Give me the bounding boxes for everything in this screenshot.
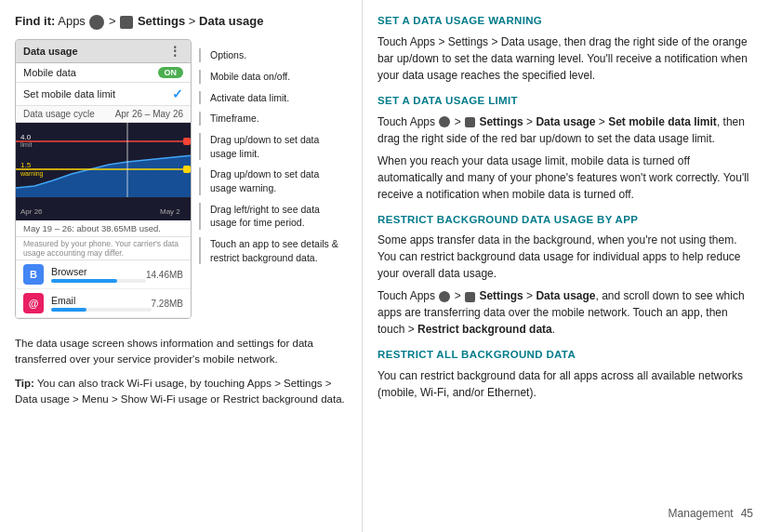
body-restrict-app-b: Touch Apps > Settings > Data usage, and … <box>377 287 753 338</box>
heading-warning: SET A DATA USAGE WARNING <box>377 13 753 30</box>
settings-icon <box>120 16 133 29</box>
browser-bar <box>51 279 117 283</box>
apps-icon <box>89 15 104 30</box>
find-it-label: Find it: <box>15 14 55 28</box>
body-limit-b: When you reach your data usage limit, mo… <box>377 153 753 203</box>
settings-icon-2 <box>465 117 475 127</box>
email-icon: @ <box>23 293 44 313</box>
callouts-column: Options. Mobile data on/off. Activate da… <box>192 39 347 272</box>
email-size: 7.28MB <box>152 299 183 309</box>
body-restrict-all: You can restrict background data for all… <box>377 367 753 401</box>
settings-icon-3 <box>465 292 475 302</box>
svg-text:warning: warning <box>20 170 44 178</box>
browser-info: Browser <box>51 266 146 283</box>
svg-text:May 2: May 2 <box>160 207 180 216</box>
bottom-description: The data usage screen shows information … <box>15 336 347 368</box>
email-app-row[interactable]: @ Email 7.28MB <box>16 289 191 318</box>
measured-row: Measured by your phone. Your carrier's d… <box>16 237 191 260</box>
svg-text:limit: limit <box>20 141 32 148</box>
svg-text:1.5: 1.5 <box>20 161 32 169</box>
page-label: Management <box>669 505 734 523</box>
limit-checkmark: ✓ <box>172 86 183 101</box>
find-it-bar: Find it: Apps > Settings > Data usage <box>15 13 347 30</box>
callout-options: Options. <box>199 48 347 62</box>
browser-app-row[interactable]: B Browser 14.46MB <box>16 260 191 289</box>
tip-text: You can also track Wi-Fi usage, by touch… <box>15 378 345 405</box>
used-row: May 19 – 26: about 38.65MB used. <box>16 220 191 237</box>
phone-title: Data usage <box>23 46 78 57</box>
callout-activate: Activate data limit. <box>199 91 347 105</box>
browser-size: 14.46MB <box>146 270 183 280</box>
used-label: May 19 – 26: about 38.65MB used. <box>23 223 161 233</box>
heading-restrict-all: RESTRICT ALL BACKGROUND DATA <box>377 347 753 364</box>
right-panel-inner: SET A DATA USAGE WARNING Touch Apps > Se… <box>377 13 753 401</box>
right-panel: SET A DATA USAGE WARNING Touch Apps > Se… <box>363 0 768 532</box>
body-limit-a: Touch Apps > Settings > Data usage > Set… <box>377 113 753 147</box>
heading-limit: SET A DATA USAGE LIMIT <box>377 93 753 110</box>
find-it-apps: Apps <box>58 14 88 28</box>
phone-mockup: Data usage ⋮ Mobile data ON Set mobile d… <box>15 39 192 319</box>
email-bar <box>51 308 86 312</box>
body-warning: Touch Apps > Settings > Data usage, then… <box>377 33 753 84</box>
email-bar-wrap <box>51 308 152 312</box>
page-footer: Management 45 <box>669 505 753 523</box>
left-panel: Find it: Apps > Settings > Data usage Da… <box>0 0 363 532</box>
apps-icon-3 <box>439 291 450 302</box>
email-info: Email <box>51 295 152 312</box>
svg-text:4.0: 4.0 <box>20 133 32 141</box>
body-restrict-app-a: Some apps transfer data in the backgroun… <box>377 232 753 282</box>
apps-icon-2 <box>439 116 450 127</box>
browser-label: Browser <box>51 266 87 277</box>
cycle-row: Data usage cycle Apr 26 – May 26 <box>16 106 191 123</box>
tip-label: Tip: <box>15 378 34 389</box>
callout-drag-warning: Drag up/down to set data usage warning. <box>199 167 347 194</box>
mobile-data-label: Mobile data <box>23 67 76 78</box>
usage-chart: 4.0 limit 1.5 warning Apr 26 May 2 <box>16 123 191 220</box>
page-number: 45 <box>741 505 753 523</box>
email-label: Email <box>51 295 75 306</box>
options-dots[interactable]: ⋮ <box>168 44 183 59</box>
tip-line: Tip: You can also track Wi-Fi usage, by … <box>15 376 347 408</box>
browser-bar-wrap <box>51 279 146 283</box>
browser-icon: B <box>23 264 44 285</box>
svg-rect-7 <box>183 166 191 173</box>
svg-text:Apr 26: Apr 26 <box>20 207 43 216</box>
callout-touch: Touch an app to see details & restrict b… <box>199 237 347 264</box>
callout-mobile-data: Mobile data on/off. <box>199 70 347 84</box>
mobile-data-toggle[interactable]: ON <box>158 67 184 78</box>
callout-timeframe: Timeframe. <box>199 112 347 126</box>
svg-rect-5 <box>183 138 191 145</box>
mobile-data-row[interactable]: Mobile data ON <box>16 63 191 83</box>
set-limit-label: Set mobile data limit <box>23 88 115 100</box>
phone-header: Data usage ⋮ <box>16 40 191 63</box>
set-limit-row[interactable]: Set mobile data limit ✓ <box>16 83 191 106</box>
phone-with-callouts: Data usage ⋮ Mobile data ON Set mobile d… <box>15 39 347 328</box>
cycle-label: Data usage cycle <box>23 109 95 119</box>
measured-label: Measured by your phone. Your carrier's d… <box>23 239 179 258</box>
heading-restrict-app: RESTRICT BACKGROUND DATA USAGE BY APP <box>377 212 753 229</box>
cycle-value: Apr 26 – May 26 <box>115 109 183 119</box>
callout-drag-lr: Drag left/right to see data usage for ti… <box>199 203 347 230</box>
chart-area[interactable]: 4.0 limit 1.5 warning Apr 26 May 2 <box>16 123 191 220</box>
callout-drag-limit: Drag up/down to set data usage limit. <box>199 133 347 160</box>
